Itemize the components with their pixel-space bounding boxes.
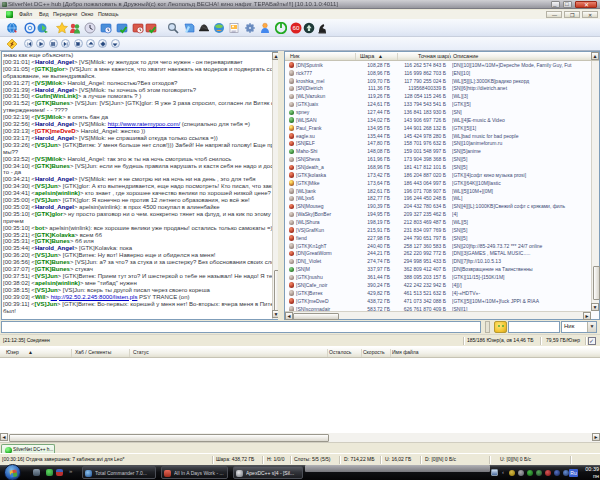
svg-text:60: 60 xyxy=(293,24,300,31)
